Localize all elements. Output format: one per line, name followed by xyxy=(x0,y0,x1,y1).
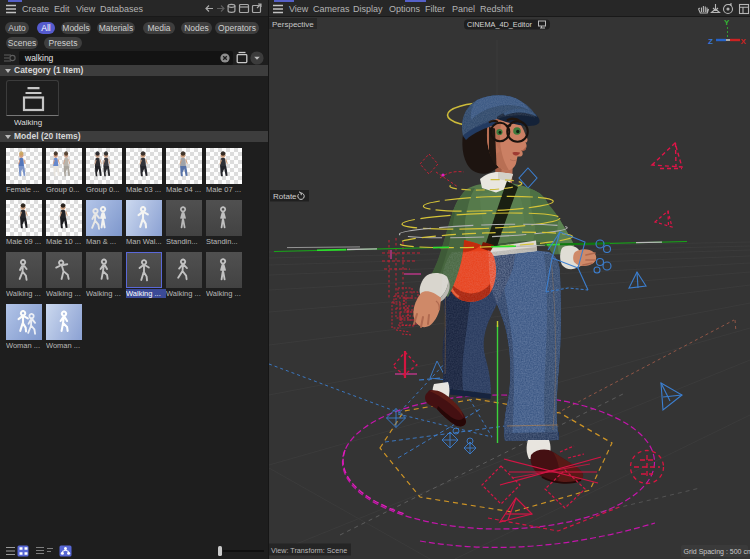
svg-text:CINEMA_4D_Editor: CINEMA_4D_Editor xyxy=(467,20,532,29)
svg-text:Rotate: Rotate xyxy=(273,192,297,201)
svg-text:Perspective: Perspective xyxy=(272,20,314,29)
svg-text:Z: Z xyxy=(708,37,713,46)
svg-text:Y: Y xyxy=(724,18,730,27)
svg-text:Grid Spacing : 500 cm: Grid Spacing : 500 cm xyxy=(684,548,750,556)
svg-text:X: X xyxy=(741,37,747,46)
svg-text:View: Transform: Scene: View: Transform: Scene xyxy=(271,546,347,555)
